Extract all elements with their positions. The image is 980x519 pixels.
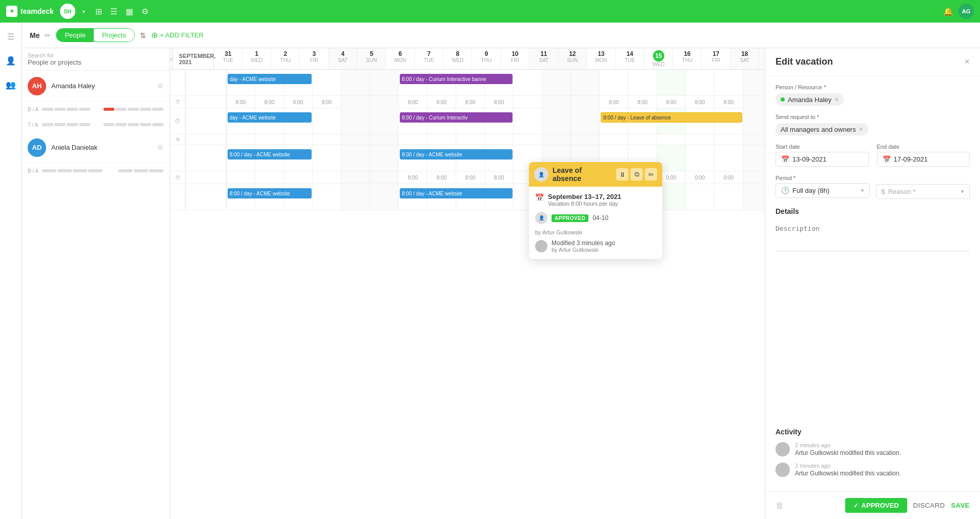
group-icon[interactable]: 👥 <box>3 77 19 93</box>
event-bar[interactable]: 8:00 / day - Leave of absence <box>601 112 742 123</box>
cell-11[interactable] <box>542 108 571 134</box>
event-bar[interactable]: 8:00 / day - ACME website <box>228 149 312 159</box>
cal-day-13[interactable]: 13MON <box>587 48 616 69</box>
cell-10[interactable] <box>514 70 542 95</box>
cell-17[interactable] <box>714 70 743 95</box>
event-bar[interactable]: day - ACME website <box>228 74 312 84</box>
cell-14[interactable] <box>628 70 657 95</box>
popup-pause-btn[interactable]: ⏸ <box>616 168 628 181</box>
cal-day-10[interactable]: 10FRI <box>501 48 529 69</box>
cell-12[interactable] <box>571 70 600 95</box>
person-settings-icon-aniela[interactable]: ⚙ <box>157 144 164 151</box>
cell-17[interactable] <box>714 145 743 171</box>
period-select[interactable]: 🕐 Full day (8h) ▾ <box>775 183 870 198</box>
cal-day-17[interactable]: 17FRI <box>702 48 730 69</box>
cal-day-3[interactable]: 3FRI <box>300 48 329 69</box>
start-date-input[interactable]: 📅 13-09-2021 <box>775 152 869 167</box>
cell-5[interactable] <box>370 108 399 134</box>
cell-4[interactable] <box>341 108 370 134</box>
menu-icon[interactable]: ☰ <box>4 29 17 45</box>
extra-cell <box>542 134 571 145</box>
cell-13[interactable] <box>600 70 628 95</box>
cell-15[interactable] <box>657 70 686 95</box>
people-icon[interactable]: 👤 <box>3 53 19 69</box>
cal-day-4[interactable]: 4SAT <box>329 48 357 69</box>
popup-edit-btn[interactable]: ✏ <box>645 168 657 181</box>
cell-5[interactable] <box>370 184 399 210</box>
popup-copy-btn[interactable]: ⧉ <box>630 168 643 181</box>
end-date-input[interactable]: 📅 17-09-2021 <box>877 152 970 167</box>
cal-day-19[interactable]: 19SUN <box>759 48 765 69</box>
person-row-amanda[interactable]: AH Amanda Haley ⚙ <box>22 71 170 102</box>
cal-day-31[interactable]: 31TUE <box>214 48 242 69</box>
event-bar[interactable]: 8:00 / day - Curium Interactiv <box>400 112 513 123</box>
cell-18[interactable] <box>743 184 765 210</box>
discard-button[interactable]: DISCARD <box>913 502 945 509</box>
edit-icon[interactable]: ✏ <box>45 31 51 39</box>
person-row-aniela[interactable]: AD Aniela Danielak ⚙ <box>22 132 170 163</box>
cell-18[interactable] <box>743 145 765 171</box>
bell-icon[interactable]: 🔔 <box>943 7 953 16</box>
current-user-avatar[interactable]: AG <box>958 4 974 19</box>
cell-3[interactable] <box>313 184 341 210</box>
search-input[interactable]: People or projects <box>28 58 164 66</box>
cal-day-5[interactable]: 5SUN <box>357 48 386 69</box>
logo-box: ✦ <box>6 6 17 17</box>
cell-16[interactable] <box>686 184 714 210</box>
cell-4[interactable] <box>341 184 370 210</box>
cal-day-9[interactable]: 9THU <box>472 48 501 69</box>
cell-11[interactable] <box>542 70 571 95</box>
approved-button[interactable]: ✓ APPROVED <box>845 498 907 513</box>
reason-select[interactable]: $ Reason * ▾ <box>876 184 970 199</box>
cell-5[interactable] <box>370 70 399 95</box>
cell-4[interactable] <box>341 145 370 171</box>
remove-person-btn[interactable]: × <box>834 95 839 104</box>
cal-day-16[interactable]: 16THU <box>673 48 702 69</box>
event-bar[interactable]: 8:00 / day - ACME website <box>400 188 513 198</box>
user-avatar[interactable]: SH <box>60 4 75 19</box>
cal-day-6[interactable]: 6MON <box>386 48 415 69</box>
cell-18[interactable] <box>743 108 765 134</box>
person-settings-icon-amanda[interactable]: ⚙ <box>157 82 164 90</box>
event-bar[interactable]: 8:00 / day - ACME website <box>228 188 312 198</box>
projects-toggle[interactable]: Projects <box>94 29 134 42</box>
cal-day-2[interactable]: 2THU <box>271 48 300 69</box>
cell-16[interactable] <box>686 145 714 171</box>
cell-17[interactable] <box>714 184 743 210</box>
cell-16[interactable] <box>686 70 714 95</box>
gantt-icon[interactable]: ⊞ <box>95 7 102 16</box>
cal-day-7[interactable]: 7TUE <box>415 48 443 69</box>
event-bar[interactable]: day - ACME website <box>228 112 312 123</box>
cell-10[interactable] <box>514 108 542 134</box>
add-filter-button[interactable]: ⊕ + ADD FILTER <box>151 30 203 40</box>
user-dropdown-arrow[interactable]: ▾ <box>83 9 85 14</box>
cal-day-12[interactable]: 12SUN <box>558 48 587 69</box>
cell-12[interactable] <box>571 108 600 134</box>
settings-icon[interactable]: ⚙ <box>141 7 149 16</box>
remove-send-request-btn[interactable]: × <box>859 125 863 133</box>
cal-day-11[interactable]: 11SAT <box>529 48 558 69</box>
cell-3[interactable] <box>313 70 341 95</box>
filter-sort-icon[interactable]: ⇅ <box>140 31 146 39</box>
cell-5[interactable] <box>370 145 399 171</box>
cell-4[interactable] <box>341 70 370 95</box>
close-button[interactable]: × <box>964 56 970 67</box>
cell-3[interactable] <box>313 145 341 171</box>
event-bar[interactable]: 8:00 / day - Curium Interactive banne <box>400 74 513 84</box>
event-bar[interactable]: 8:00 / day - ACME website <box>400 149 513 159</box>
table-icon[interactable]: ▦ <box>126 7 133 16</box>
app-logo[interactable]: ✦ teamdeck <box>6 6 54 17</box>
cell-3[interactable] <box>313 108 341 134</box>
people-toggle[interactable]: People <box>56 29 93 42</box>
delete-button[interactable]: 🗑 <box>775 501 784 510</box>
cal-day-1[interactable]: 1WED <box>242 48 271 69</box>
cell-18[interactable] <box>743 70 765 95</box>
cal-day-15[interactable]: 15WED <box>644 48 673 69</box>
save-button[interactable]: SAVE <box>951 502 970 509</box>
cal-day-8[interactable]: 8WED <box>443 48 472 69</box>
cal-day-14[interactable]: 14TUE <box>616 48 644 69</box>
cal-day-18[interactable]: 18SAT <box>730 48 759 69</box>
send-request-value: All managers and owners <box>781 126 856 133</box>
list-icon[interactable]: ☰ <box>110 7 117 16</box>
description-textarea[interactable] <box>775 221 970 251</box>
